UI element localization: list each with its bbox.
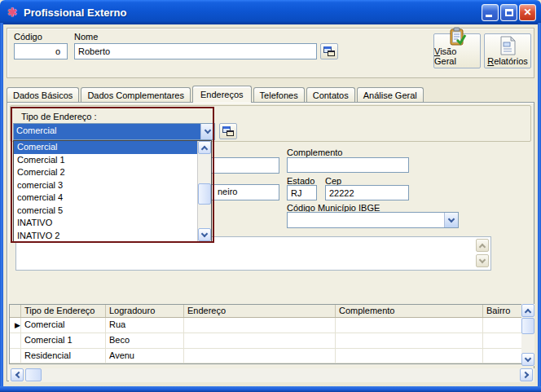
cidade-visible-text: neiro <box>218 187 237 196</box>
scrollbar-thumb[interactable] <box>25 368 42 381</box>
tab-telefones[interactable]: Telefones <box>253 87 305 103</box>
tipo-endereco-combobox[interactable]: Comercial <box>13 123 215 140</box>
table-cell[interactable] <box>184 349 336 363</box>
scrollbar-thumb[interactable] <box>198 183 211 205</box>
table-cell[interactable] <box>184 318 336 333</box>
table-vertical-scrollbar[interactable] <box>521 304 534 366</box>
dropdown-option[interactable]: Comercial 1 <box>14 154 197 167</box>
column-header[interactable]: Complemento <box>336 305 483 317</box>
header-panel: Código Nome Visão Geral <box>7 28 534 78</box>
codigo-field[interactable] <box>14 43 68 59</box>
table-cell[interactable] <box>184 333 336 347</box>
dropdown-option[interactable]: INATIVO <box>14 217 197 230</box>
column-header[interactable]: Tipo de Endereço <box>21 305 106 317</box>
chevron-down-icon <box>205 127 211 134</box>
nome-label: Nome <box>74 32 98 42</box>
maximize-icon <box>505 9 513 16</box>
report-document-icon <box>499 35 517 56</box>
dropdown-option[interactable]: Comercial 2 <box>14 166 197 179</box>
chevron-up-icon <box>525 308 531 315</box>
table-row[interactable]: ▶ Comercial Rua <box>10 318 534 333</box>
close-icon: ✕ <box>520 7 535 18</box>
table-cell[interactable] <box>336 349 483 363</box>
dropdown-option[interactable]: INATIVO 2 <box>14 230 197 243</box>
table-cell[interactable]: Residencial <box>21 349 106 363</box>
tab-dados-complementares[interactable]: Dados Complementares <box>81 87 191 103</box>
maximize-button[interactable] <box>500 4 517 21</box>
ibge-combobox[interactable] <box>287 212 459 228</box>
tab-analise-geral[interactable]: Análise Geral <box>357 87 424 103</box>
tipo-endereco-label: Tipo de Endereço : <box>19 112 99 121</box>
tab-dados-basicos[interactable]: Dados Básicos <box>7 87 79 103</box>
table-cell[interactable]: Comercial 1 <box>21 333 106 347</box>
table-cell[interactable]: Comercial <box>21 318 106 333</box>
scrollbar-thumb[interactable] <box>521 318 534 334</box>
app-window: ✱ Profissional Externo ✕ Código Nome <box>0 0 541 392</box>
table-cell[interactable] <box>336 318 483 333</box>
title-bar[interactable]: ✱ Profissional Externo ✕ <box>0 0 541 24</box>
ibge-dropdown-button[interactable] <box>444 213 458 227</box>
relatorios-button[interactable]: Relatórios <box>484 33 531 68</box>
table-cell[interactable]: Avenu <box>106 349 184 363</box>
lookup-windows-icon <box>323 46 335 56</box>
row-selector-header <box>10 305 21 317</box>
chevron-right-icon <box>521 372 528 378</box>
memo-scroll-down-button[interactable] <box>476 254 489 267</box>
app-icon: ✱ <box>5 5 20 20</box>
table-row[interactable]: Residencial Avenu <box>10 349 534 363</box>
nome-field[interactable] <box>74 43 317 59</box>
tipo-endereco-dropdown-list: Comercial Comercial 1 Comercial 2 comerc… <box>13 140 212 242</box>
chevron-down-icon <box>448 215 455 222</box>
chevron-down-icon <box>201 230 208 236</box>
scroll-down-button[interactable] <box>198 228 211 241</box>
dropdown-option[interactable]: comercial 5 <box>14 205 197 218</box>
chevron-down-icon <box>479 256 486 262</box>
clipboard-check-icon <box>447 27 467 46</box>
complemento-field[interactable] <box>287 157 409 173</box>
combobox-dropdown-button[interactable] <box>200 124 214 139</box>
dropdown-option[interactable]: Comercial <box>14 141 197 154</box>
dropdown-option[interactable]: comercial 3 <box>14 179 197 192</box>
window-border-right <box>538 23 541 392</box>
tab-bar: Dados Básicos Dados Complementares Ender… <box>7 86 425 103</box>
visao-geral-button[interactable]: Visão Geral <box>433 33 481 68</box>
minimize-button[interactable] <box>482 4 499 21</box>
tab-enderecos[interactable]: Endereços <box>192 86 252 103</box>
ibge-selected-value <box>288 213 444 227</box>
dropdown-option[interactable]: comercial 4 <box>14 192 197 205</box>
close-button[interactable]: ✕ <box>519 4 536 21</box>
column-header[interactable]: Endereço <box>184 305 336 317</box>
complemento-label: Complemento <box>287 148 342 157</box>
chevron-up-icon <box>201 145 208 152</box>
column-header[interactable]: Logradouro <box>106 305 184 317</box>
table-cell[interactable]: Rua <box>106 318 184 333</box>
memo-scroll-up-button[interactable] <box>476 239 489 252</box>
chevron-up-icon <box>479 243 486 249</box>
scroll-right-button[interactable] <box>520 368 533 381</box>
window-title: Profissional Externo <box>24 7 126 19</box>
scroll-down-button[interactable] <box>521 353 534 366</box>
table-header-row: Tipo de Endereço Logradouro Endereço Com… <box>10 305 534 318</box>
table-cell[interactable]: Beco <box>106 333 184 347</box>
window-border-bottom <box>0 386 541 392</box>
cep-field[interactable] <box>325 185 409 200</box>
dropdown-scrollbar[interactable] <box>197 141 211 241</box>
enderecos-tab-content: Tipo de Endereço : Comercial neiro Compl… <box>7 102 534 381</box>
scroll-up-button[interactable] <box>198 141 211 154</box>
visao-geral-label: Visão Geral <box>434 46 480 66</box>
table-cell[interactable] <box>336 333 483 347</box>
nome-lookup-button[interactable] <box>320 43 338 59</box>
table-horizontal-scrollbar[interactable] <box>9 368 534 382</box>
scroll-up-button[interactable] <box>521 304 534 317</box>
window-border-left <box>0 23 3 392</box>
tab-contatos[interactable]: Contatos <box>306 87 355 103</box>
enderecos-table: Tipo de Endereço Logradouro Endereço Com… <box>9 304 534 364</box>
tipo-endereco-lookup-button[interactable] <box>219 123 237 139</box>
table-row[interactable]: Comercial 1 Beco 5 <box>10 333 534 348</box>
estado-field[interactable] <box>287 185 317 200</box>
chevron-left-icon <box>15 372 21 378</box>
minimize-icon <box>486 15 492 17</box>
combobox-selected-value: Comercial <box>14 124 200 139</box>
scroll-left-button[interactable] <box>11 368 24 381</box>
relatorios-label: Relatórios <box>487 56 528 66</box>
